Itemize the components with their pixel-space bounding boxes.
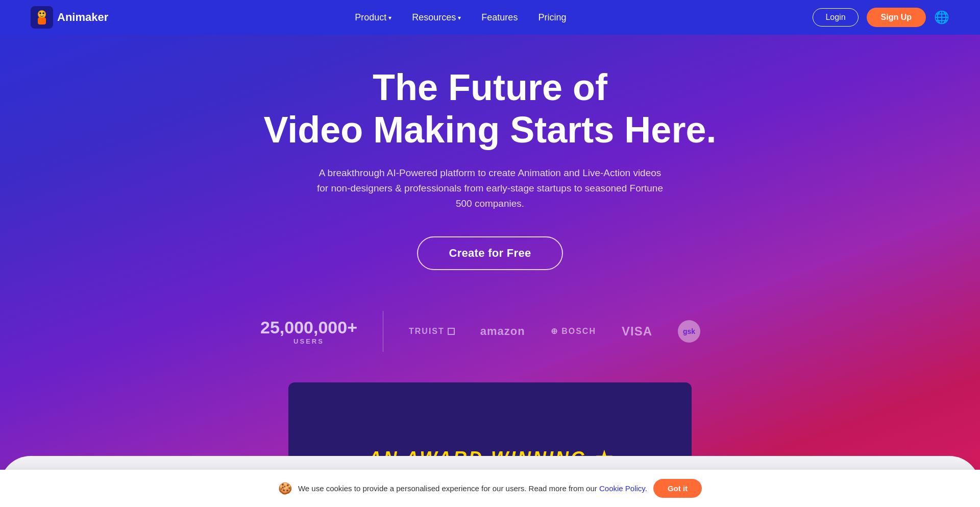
logo[interactable]: Animaker — [31, 6, 108, 29]
login-button[interactable]: Login — [813, 8, 858, 27]
truist-box-icon — [448, 328, 455, 335]
product-chevron-icon: ▾ — [388, 14, 391, 21]
svg-point-4 — [39, 12, 41, 14]
cookie-icon: 🍪 — [278, 482, 292, 495]
visa-logo: VISA — [622, 324, 652, 339]
nav-item-pricing[interactable]: Pricing — [538, 12, 566, 23]
nav-resources-label: Resources — [412, 12, 456, 23]
nav-features-label: Features — [481, 12, 518, 23]
users-count: 25,000,000+ — [260, 318, 357, 337]
amazon-logo: amazon — [480, 325, 525, 338]
cookie-text: We use cookies to provide a personalised… — [298, 484, 647, 493]
hero-subtitle: A breakthrough AI-Powered platform to cr… — [316, 165, 664, 212]
nav-actions: Login Sign Up 🌐 — [813, 8, 949, 27]
cookie-policy-link[interactable]: Cookie Policy. — [599, 484, 647, 493]
hero-title-line1: The Future of — [373, 67, 607, 108]
svg-point-5 — [42, 12, 44, 14]
gsk-text: gsk — [683, 327, 695, 335]
nav-links: Product ▾ Resources ▾ Features Pricing — [355, 12, 566, 23]
cookie-message: We use cookies to provide a personalised… — [298, 484, 597, 493]
cookie-banner: 🍪 We use cookies to provide a personalis… — [0, 470, 980, 507]
language-icon[interactable]: 🌐 — [934, 10, 949, 25]
logo-text: Animaker — [57, 11, 108, 24]
bosch-logo: ⊕ BOSCH — [551, 326, 596, 336]
stats-users: 25,000,000+ USERS — [260, 318, 383, 345]
hero-title: The Future of Video Making Starts Here. — [264, 66, 717, 151]
nav-pricing-label: Pricing — [538, 12, 566, 23]
bosch-circle-icon: ⊕ — [551, 327, 558, 335]
users-label: USERS — [293, 337, 324, 345]
navbar: Animaker Product ▾ Resources ▾ Features … — [0, 0, 980, 35]
hero-title-line2: Video Making Starts Here. — [264, 109, 717, 150]
stats-section: 25,000,000+ USERS TRUIST amazon ⊕ BOSCH … — [260, 311, 720, 352]
svg-rect-3 — [38, 17, 46, 25]
company-logos: TRUIST amazon ⊕ BOSCH VISA gsk — [409, 320, 720, 343]
nav-product-label: Product — [355, 12, 386, 23]
nav-item-resources[interactable]: Resources ▾ — [412, 12, 461, 23]
gsk-logo: gsk — [678, 320, 700, 343]
got-it-button[interactable]: Got it — [653, 479, 702, 498]
signup-button[interactable]: Sign Up — [867, 8, 926, 27]
create-for-free-button[interactable]: Create for Free — [417, 236, 562, 270]
nav-item-product[interactable]: Product ▾ — [355, 12, 391, 23]
resources-chevron-icon: ▾ — [458, 14, 461, 21]
stats-divider — [383, 311, 383, 352]
truist-logo: TRUIST — [409, 327, 455, 336]
truist-label: TRUIST — [409, 327, 445, 336]
animaker-logo-icon — [31, 6, 53, 29]
nav-item-features[interactable]: Features — [481, 12, 518, 23]
hero-section: The Future of Video Making Starts Here. … — [0, 0, 980, 507]
cookie-policy-text: Cookie Policy. — [599, 484, 647, 493]
